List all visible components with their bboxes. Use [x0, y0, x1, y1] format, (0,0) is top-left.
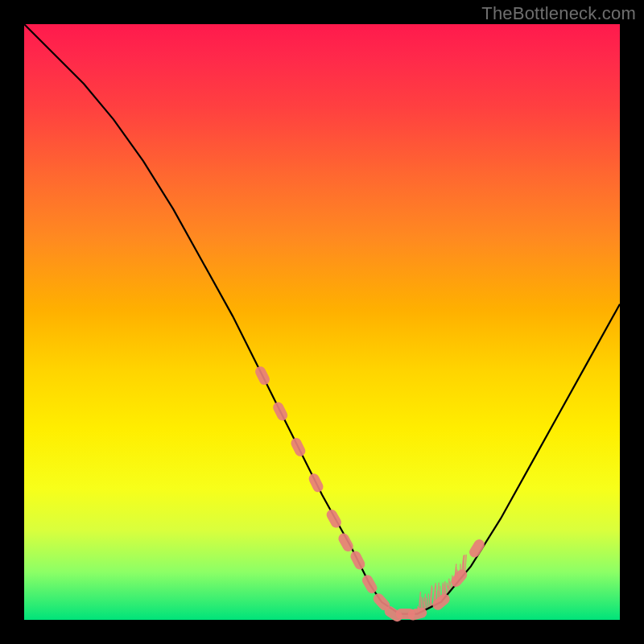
watermark-text: TheBottleneck.com [481, 3, 636, 24]
svg-rect-54 [468, 538, 487, 559]
svg-rect-41 [271, 400, 289, 422]
svg-rect-52 [431, 592, 452, 612]
bottleneck-curve [24, 24, 620, 614]
chart-frame: TheBottleneck.com [0, 0, 644, 644]
svg-rect-40 [254, 365, 271, 386]
svg-line-8 [427, 598, 427, 609]
svg-line-25 [447, 584, 448, 594]
svg-rect-46 [349, 549, 366, 571]
svg-rect-47 [361, 573, 379, 595]
svg-line-39 [465, 555, 467, 573]
svg-rect-43 [307, 472, 324, 493]
curve-layer [24, 24, 620, 620]
svg-rect-42 [289, 436, 307, 458]
plot-area [24, 24, 620, 620]
highlighted-points [254, 365, 486, 624]
